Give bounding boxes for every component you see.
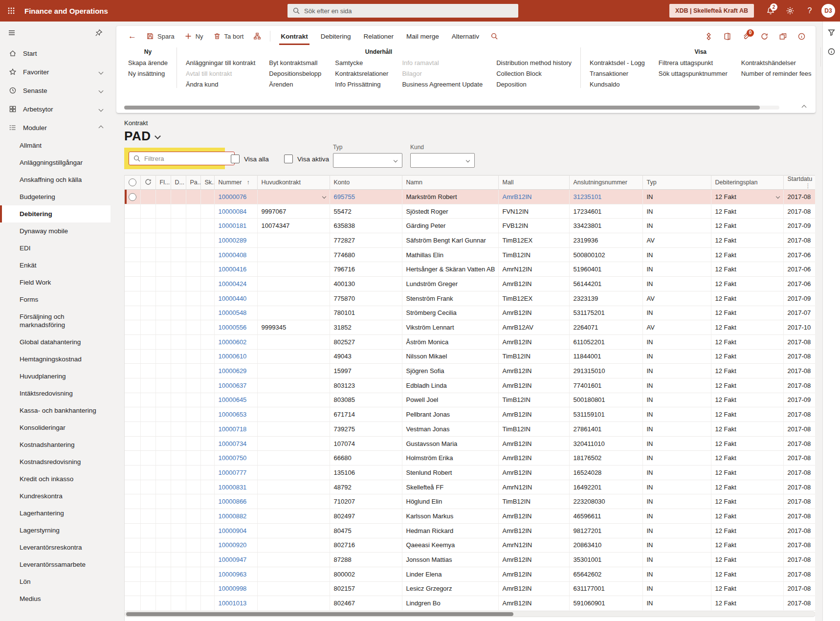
account-link[interactable]: 695755 xyxy=(334,193,355,200)
contract-number-link[interactable]: 10000440 xyxy=(219,295,247,302)
table-row[interactable]: 10000882802497Karlsson MarkusAmrB12IN465… xyxy=(125,509,815,524)
spara-button[interactable]: Spara xyxy=(141,26,179,46)
sidebar-module-lagerstyrning[interactable]: Lagerstyrning xyxy=(0,522,111,539)
show-all-checkbox-row[interactable]: Visa alla xyxy=(231,155,269,163)
collapse-action-pane-icon[interactable] xyxy=(802,105,807,110)
row-select-cell[interactable] xyxy=(125,494,140,509)
table-row[interactable]: 10000653671714Pellbrant JonasAmrB12IN531… xyxy=(125,407,815,422)
contract-number-link[interactable]: 10000750 xyxy=(219,454,247,462)
row-select-cell[interactable] xyxy=(125,204,140,219)
command-kontraktsdel-logg[interactable]: Kontraktsdel - Logg xyxy=(590,59,645,67)
tab-alternativ[interactable]: Alternativ xyxy=(445,26,486,46)
table-row[interactable]: 10000408774680Mathillas ElinTimB12IN5008… xyxy=(125,247,815,262)
sidebar-module-dynaway-mobile[interactable]: Dynaway mobile xyxy=(0,222,111,240)
table-row[interactable]: 10000602802527Åström MonicaAmrB12IN61105… xyxy=(125,334,815,349)
row-select-cell[interactable] xyxy=(125,581,140,596)
sidebar-module-leverant-rsreskontra[interactable]: Leverantörsreskontra xyxy=(0,539,111,556)
combo-chevron-down-icon[interactable] xyxy=(775,195,779,199)
row-select-cell[interactable] xyxy=(125,393,140,407)
sidebar-module-huvudplanering[interactable]: Huvudplanering xyxy=(0,368,111,385)
back-arrow-icon[interactable]: ← xyxy=(123,26,141,46)
command-depositionsbelopp[interactable]: Depositionsbelopp xyxy=(269,70,321,77)
table-row[interactable]: 10000548780101Strömberg CeciliaAmrB12IN5… xyxy=(125,306,815,320)
notifications-bell-icon[interactable]: 2 xyxy=(761,0,780,22)
table-row[interactable]: 10000416796716Hertsånger & Skäran Vatten… xyxy=(125,262,815,277)
contract-number-link[interactable]: 10000904 xyxy=(219,527,247,534)
contract-number-link[interactable]: 10000777 xyxy=(219,469,247,476)
grid-hscrollbar[interactable] xyxy=(125,611,815,617)
table-row[interactable]: 1000083148792Skellefteå FFAmrN12IN164922… xyxy=(125,480,815,494)
ny-button[interactable]: Ny xyxy=(179,26,208,46)
table-row[interactable]: 1000090480475Hedman RickardAmrB12IN98127… xyxy=(125,523,815,538)
sidebar-item-favoriter[interactable]: Favoriter xyxy=(0,63,111,81)
row-select-cell[interactable] xyxy=(125,334,140,349)
row-select-cell[interactable] xyxy=(125,247,140,262)
table-row[interactable]: 10000866710207Höglund ElinTimB12IN223208… xyxy=(125,494,815,509)
sidebar-module-global-datahantering[interactable]: Global datahantering xyxy=(0,333,111,351)
sidebar-module-field-work[interactable]: Field Work xyxy=(0,274,111,291)
grid-filter-input-box[interactable] xyxy=(129,152,235,165)
typ-dropdown[interactable] xyxy=(333,153,402,168)
sidebar-module-anskaffning-och-k-lla[interactable]: Anskaffning och källa xyxy=(0,171,111,188)
column-header-huvudkontrakt[interactable]: Huvudkontrakt xyxy=(257,176,330,190)
row-select-cell[interactable] xyxy=(125,553,140,567)
column-header-namn[interactable]: Namn xyxy=(402,176,498,190)
kund-dropdown[interactable] xyxy=(410,153,475,168)
command-info-priss-ttning[interactable]: Info Prissättning xyxy=(335,81,388,88)
sidebar-item-senaste[interactable]: Senaste xyxy=(0,81,111,100)
table-row[interactable]: 10000645803085Powell JoelTimB12IN5001808… xyxy=(125,393,815,407)
contract-number-link[interactable]: 10000602 xyxy=(219,338,247,346)
contract-number-link[interactable]: 10000548 xyxy=(219,309,247,316)
command-renden[interactable]: Ärenden xyxy=(269,81,321,88)
show-all-checkbox[interactable] xyxy=(231,155,240,163)
command-deposition[interactable]: Deposition xyxy=(496,81,572,88)
row-select-cell[interactable] xyxy=(125,277,140,291)
table-row[interactable]: 10000998802157Lesicz GrzegorzAmrB12IN631… xyxy=(125,581,815,596)
sidebar-module-budgetering[interactable]: Budgetering xyxy=(0,188,111,205)
command-anl-ggningar-till-kontrakt[interactable]: Anläggningar till kontrakt xyxy=(186,59,255,67)
row-select-cell[interactable] xyxy=(125,378,140,393)
column-header-konto[interactable]: Konto xyxy=(330,176,402,190)
row-select-cell[interactable] xyxy=(125,422,140,437)
contract-number-link[interactable]: 10000629 xyxy=(219,367,247,375)
action-pane-hscrollbar[interactable] xyxy=(124,106,779,110)
row-select-cell[interactable] xyxy=(125,364,140,378)
column-header-fl[interactable]: Fl... xyxy=(155,176,171,190)
contract-number-link[interactable]: 10000289 xyxy=(219,237,247,244)
table-row[interactable]: 1000061049043Nilsson MikaelTimB12IN11844… xyxy=(125,349,815,364)
table-row[interactable]: 10000734107074Gustavsson MariaAmrB12IN32… xyxy=(125,436,815,451)
table-row[interactable]: 10000556999934531852Vikström LennartAmrB… xyxy=(125,320,815,335)
info-icon[interactable] xyxy=(797,32,806,41)
column-header-mall[interactable]: Mall xyxy=(498,176,569,190)
column-header-anslutningsnummer[interactable]: Anslutningsnummer xyxy=(569,176,642,190)
view-selector[interactable]: PAD xyxy=(124,129,822,144)
table-row[interactable]: 1000062915997Sjögren SofiaAmrB12IN291315… xyxy=(125,364,815,378)
table-row[interactable]: 1000094787288Jonsson MattiasAmrB12IN3530… xyxy=(125,553,815,567)
sidebar-module-edi[interactable]: EDI xyxy=(0,240,111,257)
sidebar-module-lagerhantering[interactable]: Lagerhantering xyxy=(0,505,111,522)
scrollbar-thumb[interactable] xyxy=(126,612,513,616)
row-select-cell[interactable] xyxy=(125,523,140,538)
command-ny-ins-ttning[interactable]: Ny insättning xyxy=(128,70,168,77)
tab-relationer[interactable]: Relationer xyxy=(357,26,400,46)
row-select-cell[interactable] xyxy=(125,320,140,335)
sidebar-module-leverant-rssamarbete[interactable]: Leverantörssamarbete xyxy=(0,556,111,573)
sidebar-module-forms[interactable]: Forms xyxy=(0,291,111,308)
sidebar-module-kostnadshantering[interactable]: Kostnadshantering xyxy=(0,436,111,453)
row-select-cell[interactable] xyxy=(125,190,140,204)
table-row[interactable]: 1000075066680Holmström ErikaAmrB12IN1817… xyxy=(125,451,815,466)
row-select-cell[interactable] xyxy=(125,233,140,248)
sidebar-module-kostnadsredovisning[interactable]: Kostnadsredovisning xyxy=(0,453,111,470)
sidebar-module-kassa-och-bankhantering[interactable]: Kassa- och bankhantering xyxy=(0,402,111,419)
column-header-typ[interactable]: Typ xyxy=(642,176,711,190)
scrollbar-thumb[interactable] xyxy=(124,106,760,110)
sidebar-module-hemtagningskostnad[interactable]: Hemtagningskostnad xyxy=(0,351,111,368)
sidebar-item-moduler[interactable]: Moduler xyxy=(0,118,111,137)
settings-gear-icon[interactable] xyxy=(780,0,800,22)
tab-kontrakt[interactable]: Kontrakt xyxy=(274,26,314,46)
contract-number-link[interactable]: 10000084 xyxy=(219,208,247,215)
table-row[interactable]: 10000637803123Edbladh LindaAmrB12IN77401… xyxy=(125,378,815,393)
template-link[interactable]: AmrB12IN xyxy=(503,193,532,200)
contract-number-link[interactable]: 10000408 xyxy=(219,251,247,259)
assign-flow-icon[interactable] xyxy=(248,26,266,46)
